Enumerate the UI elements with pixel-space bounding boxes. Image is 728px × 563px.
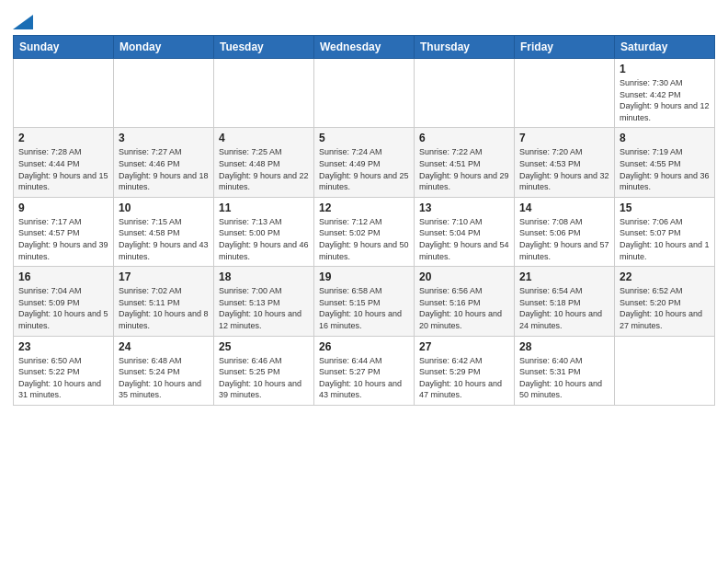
weekday-sunday: Sunday [14, 36, 114, 59]
calendar-cell: 2Sunrise: 7:28 AM Sunset: 4:44 PM Daylig… [14, 128, 114, 197]
weekday-friday: Friday [515, 36, 615, 59]
day-number: 14 [519, 201, 609, 214]
calendar-cell: 28Sunrise: 6:40 AM Sunset: 5:31 PM Dayli… [515, 336, 615, 405]
calendar-cell: 19Sunrise: 6:58 AM Sunset: 5:15 PM Dayli… [314, 267, 415, 336]
page: SundayMondayTuesdayWednesdayThursdayFrid… [0, 0, 728, 563]
header [13, 9, 715, 29]
day-detail: Sunrise: 7:13 AM Sunset: 5:00 PM Dayligh… [219, 216, 309, 262]
day-detail: Sunrise: 7:20 AM Sunset: 4:53 PM Dayligh… [519, 146, 609, 192]
day-number: 5 [319, 132, 409, 144]
calendar-cell: 10Sunrise: 7:15 AM Sunset: 4:58 PM Dayli… [114, 197, 214, 266]
day-number: 22 [620, 270, 710, 283]
calendar-cell: 14Sunrise: 7:08 AM Sunset: 5:06 PM Dayli… [515, 197, 615, 266]
day-number: 8 [620, 132, 710, 144]
day-number: 16 [18, 270, 108, 283]
calendar-cell: 25Sunrise: 6:46 AM Sunset: 5:25 PM Dayli… [214, 336, 314, 405]
day-detail: Sunrise: 7:08 AM Sunset: 5:06 PM Dayligh… [519, 216, 609, 262]
calendar-cell [415, 59, 515, 128]
day-detail: Sunrise: 7:22 AM Sunset: 4:51 PM Dayligh… [419, 146, 509, 192]
day-detail: Sunrise: 7:15 AM Sunset: 4:58 PM Dayligh… [119, 216, 209, 262]
day-detail: Sunrise: 6:42 AM Sunset: 5:29 PM Dayligh… [419, 355, 509, 401]
day-number: 27 [419, 340, 509, 353]
day-number: 23 [18, 340, 108, 353]
calendar-cell: 5Sunrise: 7:24 AM Sunset: 4:49 PM Daylig… [314, 128, 415, 197]
week-row-1: 1Sunrise: 7:30 AM Sunset: 4:42 PM Daylig… [14, 59, 715, 128]
day-detail: Sunrise: 6:50 AM Sunset: 5:22 PM Dayligh… [18, 355, 108, 401]
day-detail: Sunrise: 7:04 AM Sunset: 5:09 PM Dayligh… [18, 285, 108, 331]
logo [13, 15, 33, 29]
calendar-cell: 18Sunrise: 7:00 AM Sunset: 5:13 PM Dayli… [214, 267, 314, 336]
day-number: 10 [119, 201, 209, 214]
calendar-cell [615, 336, 715, 405]
day-detail: Sunrise: 7:27 AM Sunset: 4:46 PM Dayligh… [119, 146, 209, 192]
day-number: 12 [319, 201, 409, 214]
weekday-saturday: Saturday [615, 36, 715, 59]
calendar-cell [214, 59, 314, 128]
calendar-cell [314, 59, 415, 128]
calendar-cell: 15Sunrise: 7:06 AM Sunset: 5:07 PM Dayli… [615, 197, 715, 266]
day-number: 17 [119, 270, 209, 283]
day-detail: Sunrise: 6:54 AM Sunset: 5:18 PM Dayligh… [519, 285, 609, 331]
day-detail: Sunrise: 6:52 AM Sunset: 5:20 PM Dayligh… [620, 285, 710, 331]
calendar-cell: 27Sunrise: 6:42 AM Sunset: 5:29 PM Dayli… [415, 336, 515, 405]
calendar-cell: 26Sunrise: 6:44 AM Sunset: 5:27 PM Dayli… [314, 336, 415, 405]
calendar-cell: 9Sunrise: 7:17 AM Sunset: 4:57 PM Daylig… [14, 197, 114, 266]
weekday-wednesday: Wednesday [314, 36, 415, 59]
day-number: 11 [219, 201, 309, 214]
calendar-cell: 8Sunrise: 7:19 AM Sunset: 4:55 PM Daylig… [615, 128, 715, 197]
day-detail: Sunrise: 7:25 AM Sunset: 4:48 PM Dayligh… [219, 146, 309, 192]
day-detail: Sunrise: 7:28 AM Sunset: 4:44 PM Dayligh… [18, 146, 108, 192]
day-number: 15 [620, 201, 710, 214]
day-number: 13 [419, 201, 509, 214]
day-number: 24 [119, 340, 209, 353]
calendar-cell [515, 59, 615, 128]
calendar-cell: 7Sunrise: 7:20 AM Sunset: 4:53 PM Daylig… [515, 128, 615, 197]
day-number: 28 [519, 340, 609, 353]
calendar-cell: 3Sunrise: 7:27 AM Sunset: 4:46 PM Daylig… [114, 128, 214, 197]
day-number: 18 [219, 270, 309, 283]
day-number: 6 [419, 132, 509, 144]
day-number: 21 [519, 270, 609, 283]
day-detail: Sunrise: 7:02 AM Sunset: 5:11 PM Dayligh… [119, 285, 209, 331]
day-detail: Sunrise: 7:17 AM Sunset: 4:57 PM Dayligh… [18, 216, 108, 262]
calendar-cell [114, 59, 214, 128]
week-row-5: 23Sunrise: 6:50 AM Sunset: 5:22 PM Dayli… [14, 336, 715, 405]
day-number: 2 [18, 132, 108, 144]
day-detail: Sunrise: 6:48 AM Sunset: 5:24 PM Dayligh… [119, 355, 209, 401]
day-number: 4 [219, 132, 309, 144]
week-row-2: 2Sunrise: 7:28 AM Sunset: 4:44 PM Daylig… [14, 128, 715, 197]
day-number: 7 [519, 132, 609, 144]
day-detail: Sunrise: 6:46 AM Sunset: 5:25 PM Dayligh… [219, 355, 309, 401]
day-number: 9 [18, 201, 108, 214]
calendar-cell: 6Sunrise: 7:22 AM Sunset: 4:51 PM Daylig… [415, 128, 515, 197]
day-detail: Sunrise: 6:58 AM Sunset: 5:15 PM Dayligh… [319, 285, 409, 331]
weekday-monday: Monday [114, 36, 214, 59]
weekday-header-row: SundayMondayTuesdayWednesdayThursdayFrid… [14, 36, 715, 59]
week-row-3: 9Sunrise: 7:17 AM Sunset: 4:57 PM Daylig… [14, 197, 715, 266]
calendar-cell: 22Sunrise: 6:52 AM Sunset: 5:20 PM Dayli… [615, 267, 715, 336]
calendar-table: SundayMondayTuesdayWednesdayThursdayFrid… [13, 35, 715, 406]
calendar-cell: 17Sunrise: 7:02 AM Sunset: 5:11 PM Dayli… [114, 267, 214, 336]
day-number: 20 [419, 270, 509, 283]
day-number: 25 [219, 340, 309, 353]
week-row-4: 16Sunrise: 7:04 AM Sunset: 5:09 PM Dayli… [14, 267, 715, 336]
calendar-cell: 11Sunrise: 7:13 AM Sunset: 5:00 PM Dayli… [214, 197, 314, 266]
calendar-cell: 20Sunrise: 6:56 AM Sunset: 5:16 PM Dayli… [415, 267, 515, 336]
day-detail: Sunrise: 7:00 AM Sunset: 5:13 PM Dayligh… [219, 285, 309, 331]
day-number: 3 [119, 132, 209, 144]
calendar-cell: 13Sunrise: 7:10 AM Sunset: 5:04 PM Dayli… [415, 197, 515, 266]
calendar-cell: 23Sunrise: 6:50 AM Sunset: 5:22 PM Dayli… [14, 336, 114, 405]
day-detail: Sunrise: 7:19 AM Sunset: 4:55 PM Dayligh… [620, 146, 710, 192]
calendar-cell: 16Sunrise: 7:04 AM Sunset: 5:09 PM Dayli… [14, 267, 114, 336]
day-detail: Sunrise: 7:30 AM Sunset: 4:42 PM Dayligh… [620, 77, 710, 123]
svg-marker-0 [13, 15, 33, 29]
day-detail: Sunrise: 7:24 AM Sunset: 4:49 PM Dayligh… [319, 146, 409, 192]
day-detail: Sunrise: 6:56 AM Sunset: 5:16 PM Dayligh… [419, 285, 509, 331]
day-detail: Sunrise: 6:44 AM Sunset: 5:27 PM Dayligh… [319, 355, 409, 401]
calendar-cell: 1Sunrise: 7:30 AM Sunset: 4:42 PM Daylig… [615, 59, 715, 128]
calendar-cell: 12Sunrise: 7:12 AM Sunset: 5:02 PM Dayli… [314, 197, 415, 266]
day-detail: Sunrise: 7:10 AM Sunset: 5:04 PM Dayligh… [419, 216, 509, 262]
calendar-cell: 21Sunrise: 6:54 AM Sunset: 5:18 PM Dayli… [515, 267, 615, 336]
logo-icon [13, 13, 33, 29]
calendar-cell: 24Sunrise: 6:48 AM Sunset: 5:24 PM Dayli… [114, 336, 214, 405]
